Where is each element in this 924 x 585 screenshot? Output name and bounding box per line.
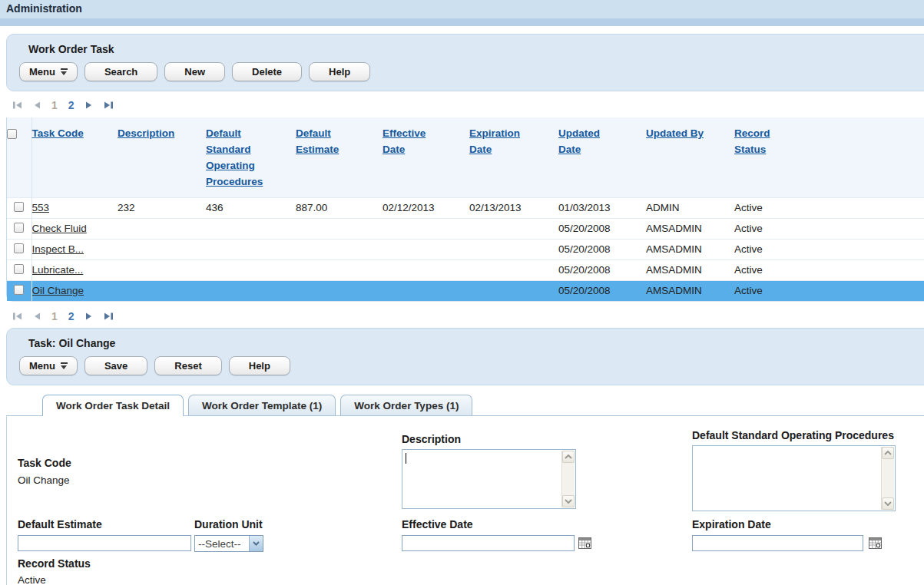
- menu-button[interactable]: Menu: [19, 356, 78, 375]
- duration-unit-select[interactable]: --Select--: [194, 535, 263, 552]
- cell-updated-by: AMSADMIN: [646, 240, 734, 260]
- next-page-icon[interactable]: [85, 312, 93, 321]
- page-number-link[interactable]: 2: [68, 99, 75, 111]
- delete-button[interactable]: Delete: [232, 62, 302, 81]
- first-page-icon[interactable]: [12, 101, 22, 110]
- previous-page-icon[interactable]: [33, 101, 41, 110]
- cell-description: 232: [118, 198, 206, 219]
- help-button[interactable]: Help: [229, 356, 290, 375]
- description-textarea[interactable]: [402, 449, 576, 509]
- task-code-link[interactable]: Inspect B...: [32, 243, 84, 255]
- work-order-task-panel: Work Order Task Menu Search New Delete H…: [6, 34, 924, 91]
- textarea-scrollbar[interactable]: [561, 451, 575, 507]
- cell-updated-date: 05/20/2008: [558, 281, 646, 302]
- new-button[interactable]: New: [164, 62, 225, 81]
- previous-page-icon[interactable]: [33, 312, 41, 321]
- table-row[interactable]: Lubricate...05/20/2008AMSADMINActive: [7, 260, 924, 281]
- select-all-checkbox[interactable]: [7, 129, 17, 139]
- tab-bar: Work Order Task Detail Work Order Templa…: [42, 395, 924, 415]
- cell-default-estimate: [296, 219, 383, 240]
- scroll-up-icon[interactable]: [562, 451, 575, 463]
- header-sop[interactable]: Default Standard Operating Procedures: [206, 125, 270, 190]
- cell-updated-by: AMSADMIN: [646, 281, 734, 302]
- cell-record-status: Active: [734, 260, 924, 281]
- last-page-icon[interactable]: [104, 312, 114, 321]
- expiration-date-label: Expiration Date: [692, 518, 771, 530]
- calendar-icon[interactable]: [869, 536, 882, 549]
- cell-description: [118, 219, 206, 240]
- cell-description: [118, 281, 206, 302]
- header-task-code[interactable]: Task Code: [32, 125, 84, 141]
- page-number-link[interactable]: 2: [68, 310, 75, 322]
- tab-work-order-template[interactable]: Work Order Template (1): [188, 395, 336, 415]
- cell-task-code[interactable]: Oil Change: [31, 281, 118, 302]
- reset-button[interactable]: Reset: [154, 356, 221, 375]
- menu-dropdown-icon: [61, 362, 68, 369]
- cell-expiration-date: 02/13/2013: [469, 198, 558, 219]
- default-estimate-input[interactable]: [18, 535, 191, 551]
- cell-updated-by: AMSADMIN: [646, 260, 734, 281]
- cell-record-status: Active: [734, 281, 924, 302]
- cell-updated-date: 05/20/2008: [558, 240, 646, 260]
- panel-title: Work Order Task: [19, 41, 924, 62]
- description-label: Description: [402, 433, 461, 445]
- titlebar-strip: [0, 18, 924, 26]
- row-checkbox[interactable]: [14, 285, 24, 295]
- table-row[interactable]: 553232436887.0002/12/201302/13/201301/03…: [7, 198, 924, 219]
- task-table-body: 553232436887.0002/12/201302/13/201301/03…: [7, 198, 924, 302]
- tab-work-order-task-detail[interactable]: Work Order Task Detail: [42, 395, 184, 415]
- header-expiration-date[interactable]: Expiration Date: [469, 125, 534, 157]
- row-checkbox[interactable]: [14, 223, 24, 233]
- header-description[interactable]: Description: [118, 125, 174, 141]
- last-page-icon[interactable]: [104, 101, 114, 110]
- duration-unit-label: Duration Unit: [194, 518, 263, 530]
- cell-sop: [206, 260, 296, 281]
- task-code-link[interactable]: 553: [32, 202, 50, 213]
- page-number-current: 1: [51, 310, 58, 322]
- task-code-link[interactable]: Oil Change: [32, 285, 84, 296]
- row-checkbox[interactable]: [14, 202, 24, 212]
- calendar-icon[interactable]: [578, 536, 591, 549]
- menu-button[interactable]: Menu: [19, 62, 78, 81]
- next-page-icon[interactable]: [85, 101, 93, 110]
- task-detail-panel: Task: Oil Change Menu Save Reset Help: [6, 328, 924, 385]
- cell-updated-by: AMSADMIN: [646, 219, 734, 240]
- cell-task-code[interactable]: Lubricate...: [31, 260, 118, 281]
- tab-work-order-types[interactable]: Work Order Types (1): [340, 395, 472, 415]
- table-header-row: Task Code Description Default Standard O…: [7, 117, 924, 198]
- textarea-scrollbar[interactable]: [881, 447, 894, 510]
- scroll-down-icon[interactable]: [562, 495, 575, 507]
- effective-date-input[interactable]: [402, 535, 575, 551]
- cell-task-code[interactable]: 553: [31, 198, 118, 219]
- first-page-icon[interactable]: [12, 312, 22, 321]
- sop-textarea[interactable]: [692, 445, 896, 511]
- scroll-up-icon[interactable]: [882, 447, 894, 459]
- record-status-label: Record Status: [18, 557, 91, 570]
- scroll-down-icon[interactable]: [882, 497, 894, 510]
- header-record-status[interactable]: Record Status: [734, 125, 799, 157]
- expiration-date-input[interactable]: [692, 535, 863, 551]
- cell-task-code[interactable]: Inspect B...: [31, 240, 118, 260]
- cell-record-status: Active: [734, 219, 924, 240]
- header-effective-date[interactable]: Effective Date: [383, 125, 447, 157]
- row-checkbox[interactable]: [14, 243, 24, 253]
- cell-updated-date: 01/03/2013: [558, 198, 646, 219]
- row-checkbox[interactable]: [14, 264, 24, 274]
- cell-sop: [206, 281, 296, 302]
- cell-updated-date: 05/20/2008: [558, 219, 646, 240]
- table-row[interactable]: Oil Change05/20/2008AMSADMINActive: [7, 281, 924, 302]
- table-row[interactable]: Check Fluid05/20/2008AMSADMINActive: [7, 219, 924, 240]
- task-code-link[interactable]: Lubricate...: [32, 264, 84, 276]
- task-code-link[interactable]: Check Fluid: [32, 223, 87, 234]
- table-row[interactable]: Inspect B...05/20/2008AMSADMINActive: [7, 240, 924, 260]
- sop-label: Default Standard Operating Procedures: [692, 429, 894, 441]
- save-button[interactable]: Save: [84, 356, 147, 375]
- header-updated-date[interactable]: Updated Date: [558, 125, 623, 157]
- pager-bottom: 1 2: [0, 302, 924, 328]
- header-updated-by[interactable]: Updated By: [646, 125, 704, 141]
- cell-task-code[interactable]: Check Fluid: [31, 219, 118, 240]
- search-button[interactable]: Search: [84, 62, 157, 81]
- text-caret: [406, 453, 406, 464]
- help-button[interactable]: Help: [309, 62, 370, 81]
- header-default-estimate[interactable]: Default Estimate: [296, 125, 360, 157]
